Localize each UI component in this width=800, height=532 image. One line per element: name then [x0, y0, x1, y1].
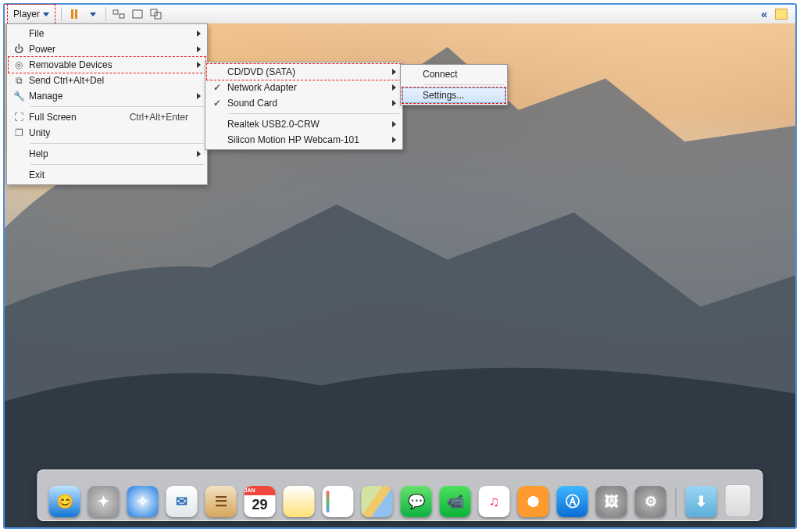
svg-rect-1 [120, 14, 124, 18]
dock-app-itunes[interactable] [479, 486, 510, 517]
dock-app-system-preferences[interactable]: ⚙ [635, 486, 666, 517]
dock-app-notes[interactable] [284, 486, 315, 517]
unity-icon: ❐ [9, 127, 29, 138]
menu-separator [30, 164, 204, 165]
dock-app-facetime[interactable]: 📹 [440, 486, 471, 517]
dock-app-contacts[interactable]: ☰ [205, 486, 237, 517]
dock-app-launchpad[interactable]: ✦ [88, 486, 120, 517]
dock-app-appstore[interactable]: Ⓐ [557, 486, 588, 517]
submenu-arrow-icon [392, 69, 396, 75]
submenu-item-network-adapter[interactable]: ✓Network Adapter [207, 80, 401, 95]
dock-app-calendar[interactable]: JAN 29 [245, 486, 276, 517]
submenu-arrow-icon [197, 62, 201, 68]
dropdown-arrow-icon [43, 12, 49, 16]
submenu-item-sound-card[interactable]: ✓Sound Card [207, 95, 401, 111]
submenu-item-settings[interactable]: Settings... [402, 87, 505, 103]
dock-app-maps[interactable] [362, 486, 393, 517]
calendar-month: JAN [245, 486, 276, 495]
dock-app-mail[interactable]: ✉ [166, 486, 198, 517]
menu-separator [30, 106, 204, 107]
disc-icon: ◎ [9, 59, 29, 70]
submenu-removable-devices: CD/DVD (SATA) ✓Network Adapter ✓Sound Ca… [205, 62, 403, 150]
player-menu: File ⏻Power ◎Removable Devices ⧉Send Ctr… [6, 23, 208, 185]
submenu-arrow-icon [197, 46, 201, 52]
svg-rect-2 [133, 10, 142, 18]
menu-item-unity[interactable]: ❐Unity [9, 125, 205, 141]
pause-button[interactable] [68, 8, 80, 20]
menu-item-help[interactable]: Help [9, 146, 205, 162]
check-icon: ✓ [207, 82, 227, 93]
menu-item-power[interactable]: ⏻Power [9, 41, 205, 57]
menu-item-exit[interactable]: Exit [9, 167, 205, 183]
power-icon: ⏻ [9, 44, 29, 55]
wrench-icon: 🔧 [9, 91, 29, 102]
send-cad-button[interactable] [112, 8, 125, 20]
menu-separator [229, 113, 399, 114]
unity-button[interactable] [150, 8, 162, 20]
submenu-cddvd: Connect Settings... [400, 64, 508, 105]
dock-app-downloads[interactable]: ⬇ [686, 486, 717, 517]
check-icon: ✓ [207, 98, 227, 109]
submenu-arrow-icon [197, 93, 201, 99]
submenu-arrow-icon [392, 121, 396, 127]
submenu-arrow-icon [197, 151, 201, 157]
menu-item-removable-devices[interactable]: ◎Removable Devices [9, 57, 205, 73]
submenu-arrow-icon [392, 137, 396, 143]
toolbar-separator [61, 7, 62, 21]
menu-shortcut: Ctrl+Alt+Enter [106, 112, 188, 123]
cad-icon: ⧉ [9, 75, 29, 86]
menu-item-file[interactable]: File [9, 26, 205, 41]
submenu-item-realtek[interactable]: Realtek USB2.0-CRW [207, 116, 401, 132]
menu-item-send-cad[interactable]: ⧉Send Ctrl+Alt+Del [9, 73, 205, 88]
dock-trash[interactable] [725, 484, 752, 517]
dock-app-messages[interactable]: 💬 [401, 486, 432, 517]
fullscreen-icon: ⛶ [9, 112, 29, 123]
menu-item-fullscreen[interactable]: ⛶Full ScreenCtrl+Alt+Enter [9, 109, 205, 125]
dock-app-preview[interactable]: 🖼 [596, 486, 627, 517]
collapse-toolbar-button[interactable]: « [761, 8, 767, 20]
toolbar-separator [105, 7, 106, 21]
submenu-arrow-icon [197, 30, 201, 37]
player-menu-button[interactable]: Player [8, 5, 55, 23]
submenu-item-connect[interactable]: Connect [402, 66, 505, 82]
dock-separator [676, 487, 677, 517]
submenu-arrow-icon [392, 84, 396, 91]
svg-rect-0 [113, 10, 118, 14]
fullscreen-button[interactable] [131, 8, 144, 20]
menu-item-manage[interactable]: 🔧Manage [9, 88, 205, 104]
toolbar: Player « [5, 5, 795, 24]
menu-separator [424, 84, 504, 85]
dock-app-finder[interactable]: 😊 [49, 486, 80, 517]
notes-button[interactable] [775, 9, 788, 20]
submenu-arrow-icon [392, 100, 396, 106]
vmware-player-window: Player « 😊 ✦ ✧ [3, 3, 797, 529]
dock-app-safari[interactable]: ✧ [127, 486, 159, 517]
dock-app-reminders[interactable] [323, 486, 354, 517]
power-dropdown-button[interactable] [87, 8, 99, 20]
submenu-item-webcam[interactable]: Silicon Motion HP Webcam-101 [207, 132, 401, 148]
macos-dock: 😊 ✦ ✧ ✉ ☰ JAN 29 💬 📹 Ⓐ 🖼 ⚙ ⬇ [38, 470, 763, 521]
player-menu-label: Player [13, 9, 40, 20]
submenu-item-cddvd[interactable]: CD/DVD (SATA) [207, 64, 401, 80]
dock-app-ibooks[interactable] [518, 486, 549, 517]
menu-separator [30, 143, 204, 144]
calendar-day: 29 [252, 497, 267, 513]
